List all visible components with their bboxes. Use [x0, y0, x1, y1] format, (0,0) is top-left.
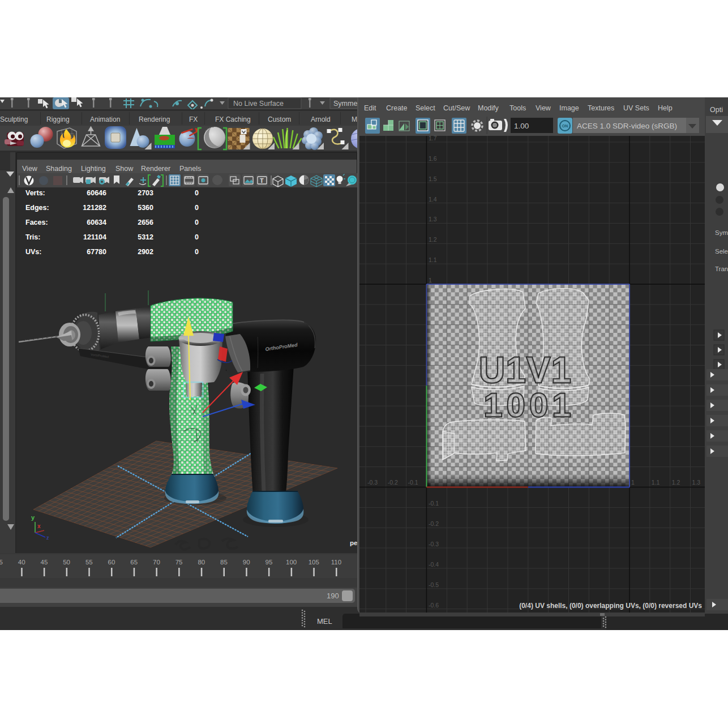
svg-text:105: 105 [309, 559, 319, 566]
svg-text:40: 40 [18, 559, 25, 566]
svg-text:-0.3: -0.3 [367, 479, 378, 486]
svg-text:1: 1 [429, 277, 432, 284]
svg-text:1.4: 1.4 [429, 196, 437, 203]
svg-text:1.1: 1.1 [429, 256, 437, 263]
svg-text:0: 0 [195, 219, 199, 226]
svg-text:UVs:: UVs: [25, 248, 41, 256]
svg-text:Symme: Symme [333, 100, 357, 108]
svg-text:T: T [260, 177, 264, 184]
svg-text:ON: ON [562, 124, 568, 128]
svg-text:-0.2: -0.2 [429, 520, 439, 527]
svg-text:2902: 2902 [138, 248, 153, 256]
svg-text:-0.3: -0.3 [429, 541, 439, 547]
svg-text:1.5: 1.5 [429, 175, 437, 182]
svg-text:U1V1: U1V1 [479, 350, 572, 391]
svg-text:0: 0 [195, 248, 199, 256]
svg-text:1: 1 [631, 479, 635, 486]
svg-text:121104: 121104 [83, 233, 106, 241]
svg-text:Edges:: Edges: [25, 204, 49, 212]
svg-text:1.3: 1.3 [429, 216, 437, 222]
svg-text:100: 100 [286, 559, 297, 566]
svg-text:65: 65 [130, 559, 138, 566]
svg-text:-0.1: -0.1 [429, 500, 439, 507]
svg-text:60: 60 [108, 559, 115, 566]
svg-text:1.3: 1.3 [692, 479, 701, 486]
svg-text:Sele: Sele [715, 248, 728, 255]
svg-text:Opti: Opti [710, 106, 723, 114]
svg-text:45: 45 [41, 559, 48, 566]
svg-text:90: 90 [243, 559, 250, 566]
svg-text:Sym: Sym [715, 229, 728, 236]
svg-text:-0.2: -0.2 [388, 479, 398, 486]
svg-text:0: 0 [195, 204, 199, 212]
svg-text:Verts:: Verts: [25, 189, 45, 197]
svg-text:67780: 67780 [87, 248, 106, 256]
svg-text:y: y [31, 514, 35, 521]
svg-text:85: 85 [220, 559, 228, 566]
svg-text:60634: 60634 [87, 219, 106, 226]
svg-text:1.00: 1.00 [514, 122, 529, 130]
svg-text:Faces:: Faces: [25, 219, 48, 226]
svg-text:x: x [37, 523, 41, 529]
svg-text:0: 0 [195, 233, 199, 241]
svg-text:70: 70 [153, 559, 160, 566]
svg-text:1.6: 1.6 [429, 155, 437, 162]
svg-text:1001: 1001 [483, 386, 575, 424]
svg-text:-0.5: -0.5 [429, 581, 439, 588]
svg-text:121282: 121282 [83, 204, 106, 212]
svg-text:1.7: 1.7 [429, 136, 437, 142]
svg-text:110: 110 [331, 559, 341, 566]
svg-text:2703: 2703 [138, 189, 153, 197]
svg-text:ACES 1.0 SDR-video (sRGB): ACES 1.0 SDR-video (sRGB) [577, 122, 677, 130]
svg-text:Tris:: Tris: [25, 233, 40, 241]
svg-text:Tran: Tran [715, 265, 728, 272]
svg-text:z: z [46, 535, 49, 541]
svg-text:35: 35 [0, 559, 3, 566]
svg-text:95: 95 [265, 559, 273, 566]
svg-text:1.1: 1.1 [652, 479, 660, 486]
svg-text:-0.1: -0.1 [408, 479, 418, 486]
svg-text:80: 80 [198, 559, 205, 566]
svg-text:pe: pe [350, 539, 357, 546]
svg-text:5360: 5360 [138, 204, 153, 212]
svg-text:60646: 60646 [87, 189, 106, 197]
svg-text:No Live Surface: No Live Surface [233, 100, 284, 108]
svg-text:0: 0 [195, 189, 199, 197]
svg-text:50: 50 [63, 559, 70, 566]
svg-text:1.2: 1.2 [672, 479, 680, 486]
svg-text:5312: 5312 [138, 233, 153, 241]
svg-text:55: 55 [85, 559, 93, 566]
svg-text:-0.6: -0.6 [429, 602, 439, 609]
svg-text:75: 75 [175, 559, 183, 566]
svg-text:2656: 2656 [138, 219, 153, 226]
svg-text:1.2: 1.2 [429, 236, 437, 243]
svg-text:-0.4: -0.4 [429, 561, 439, 568]
